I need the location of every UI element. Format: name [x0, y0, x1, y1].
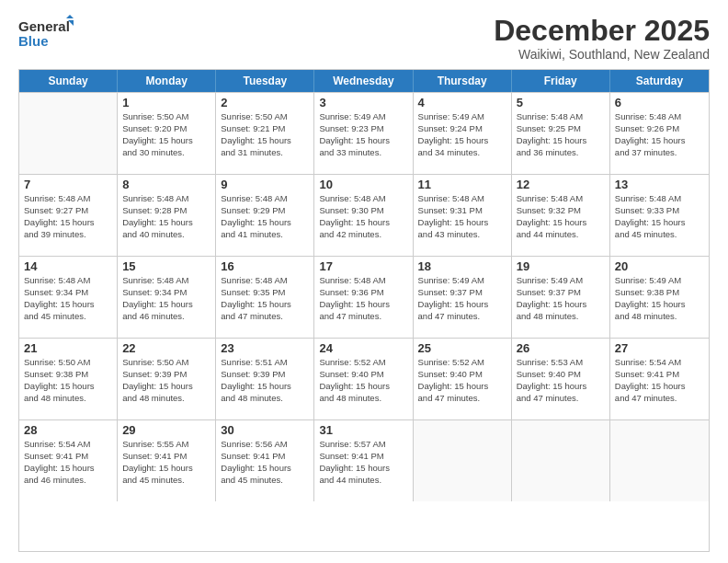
- calendar-cell: 1Sunrise: 5:50 AMSunset: 9:20 PMDaylight…: [118, 93, 216, 174]
- calendar-cell: 8Sunrise: 5:48 AMSunset: 9:28 PMDaylight…: [118, 175, 216, 256]
- day-info: Sunrise: 5:48 AMSunset: 9:36 PMDaylight:…: [319, 275, 407, 322]
- calendar-cell: 10Sunrise: 5:48 AMSunset: 9:30 PMDayligh…: [314, 175, 413, 256]
- location: Waikiwi, Southland, New Zealand: [494, 47, 710, 62]
- day-number: 2: [221, 96, 309, 109]
- calendar-cell: 12Sunrise: 5:48 AMSunset: 9:32 PMDayligh…: [512, 175, 610, 256]
- day-info: Sunrise: 5:48 AMSunset: 9:25 PMDaylight:…: [517, 111, 605, 158]
- day-number: 10: [319, 178, 407, 191]
- calendar-cell: 5Sunrise: 5:48 AMSunset: 9:25 PMDaylight…: [512, 93, 610, 174]
- day-number: 17: [319, 259, 407, 273]
- month-title: December 2025: [494, 15, 710, 47]
- day-number: 24: [319, 341, 407, 355]
- calendar-cell: 27Sunrise: 5:54 AMSunset: 9:41 PMDayligh…: [610, 339, 709, 419]
- day-info: Sunrise: 5:48 AMSunset: 9:28 PMDaylight:…: [122, 193, 210, 240]
- logo: General Blue: [18, 15, 74, 53]
- calendar-cell: 7Sunrise: 5:48 AMSunset: 9:27 PMDaylight…: [19, 175, 118, 256]
- day-number: 26: [517, 341, 605, 355]
- svg-marker-2: [66, 15, 74, 18]
- calendar-row-2: 14Sunrise: 5:48 AMSunset: 9:34 PMDayligh…: [19, 256, 709, 338]
- day-info: Sunrise: 5:50 AMSunset: 9:21 PMDaylight:…: [221, 111, 309, 158]
- svg-text:General: General: [18, 18, 70, 34]
- calendar-cell: 28Sunrise: 5:54 AMSunset: 9:41 PMDayligh…: [19, 420, 118, 501]
- calendar-cell: 22Sunrise: 5:50 AMSunset: 9:39 PMDayligh…: [118, 339, 216, 419]
- calendar-cell: 16Sunrise: 5:48 AMSunset: 9:35 PMDayligh…: [216, 257, 314, 338]
- day-info: Sunrise: 5:54 AMSunset: 9:41 PMDaylight:…: [24, 439, 112, 486]
- day-number: 6: [615, 96, 704, 109]
- day-info: Sunrise: 5:48 AMSunset: 9:34 PMDaylight:…: [122, 275, 210, 322]
- calendar-row-3: 21Sunrise: 5:50 AMSunset: 9:38 PMDayligh…: [19, 338, 709, 419]
- day-number: 7: [24, 178, 112, 191]
- calendar-cell: 9Sunrise: 5:48 AMSunset: 9:29 PMDaylight…: [216, 175, 314, 256]
- day-number: 23: [221, 341, 309, 355]
- calendar-cell: 26Sunrise: 5:53 AMSunset: 9:40 PMDayligh…: [512, 339, 610, 419]
- day-number: 5: [517, 96, 605, 109]
- day-info: Sunrise: 5:49 AMSunset: 9:23 PMDaylight:…: [319, 111, 407, 158]
- weekday-header-saturday: Saturday: [610, 70, 709, 92]
- day-info: Sunrise: 5:48 AMSunset: 9:26 PMDaylight:…: [615, 111, 704, 158]
- calendar: SundayMondayTuesdayWednesdayThursdayFrid…: [18, 69, 710, 552]
- calendar-header: SundayMondayTuesdayWednesdayThursdayFrid…: [19, 70, 709, 92]
- calendar-cell: 13Sunrise: 5:48 AMSunset: 9:33 PMDayligh…: [610, 175, 709, 256]
- day-info: Sunrise: 5:48 AMSunset: 9:35 PMDaylight:…: [221, 275, 309, 322]
- day-number: 30: [221, 423, 309, 437]
- calendar-cell: 4Sunrise: 5:49 AMSunset: 9:24 PMDaylight…: [414, 93, 512, 174]
- day-info: Sunrise: 5:48 AMSunset: 9:29 PMDaylight:…: [221, 193, 309, 240]
- day-info: Sunrise: 5:52 AMSunset: 9:40 PMDaylight:…: [319, 357, 407, 404]
- calendar-cell: 29Sunrise: 5:55 AMSunset: 9:41 PMDayligh…: [118, 420, 216, 501]
- day-info: Sunrise: 5:56 AMSunset: 9:41 PMDaylight:…: [221, 439, 309, 486]
- calendar-cell: 11Sunrise: 5:48 AMSunset: 9:31 PMDayligh…: [414, 175, 512, 256]
- day-info: Sunrise: 5:49 AMSunset: 9:37 PMDaylight:…: [418, 275, 506, 322]
- logo-svg: General Blue: [18, 15, 74, 53]
- day-info: Sunrise: 5:55 AMSunset: 9:41 PMDaylight:…: [122, 439, 210, 486]
- day-number: 16: [221, 259, 309, 273]
- calendar-cell: 20Sunrise: 5:49 AMSunset: 9:38 PMDayligh…: [610, 257, 709, 338]
- calendar-cell: 2Sunrise: 5:50 AMSunset: 9:21 PMDaylight…: [216, 93, 314, 174]
- day-number: 11: [418, 178, 506, 191]
- calendar-body: 1Sunrise: 5:50 AMSunset: 9:20 PMDaylight…: [19, 92, 709, 501]
- day-info: Sunrise: 5:57 AMSunset: 9:41 PMDaylight:…: [319, 439, 407, 486]
- calendar-cell: [512, 420, 610, 501]
- svg-text:Blue: Blue: [18, 33, 49, 49]
- calendar-cell: 14Sunrise: 5:48 AMSunset: 9:34 PMDayligh…: [19, 257, 118, 338]
- day-info: Sunrise: 5:48 AMSunset: 9:32 PMDaylight:…: [517, 193, 605, 240]
- calendar-row-0: 1Sunrise: 5:50 AMSunset: 9:20 PMDaylight…: [19, 92, 709, 174]
- weekday-header-sunday: Sunday: [19, 70, 118, 92]
- day-info: Sunrise: 5:49 AMSunset: 9:37 PMDaylight:…: [517, 275, 605, 322]
- calendar-cell: [610, 420, 709, 501]
- day-number: 13: [615, 178, 704, 191]
- calendar-cell: 18Sunrise: 5:49 AMSunset: 9:37 PMDayligh…: [414, 257, 512, 338]
- day-number: 15: [122, 259, 210, 273]
- day-number: 18: [418, 259, 506, 273]
- calendar-cell: 17Sunrise: 5:48 AMSunset: 9:36 PMDayligh…: [314, 257, 413, 338]
- weekday-header-monday: Monday: [118, 70, 216, 92]
- day-number: 1: [122, 96, 210, 109]
- day-info: Sunrise: 5:50 AMSunset: 9:38 PMDaylight:…: [24, 357, 112, 404]
- weekday-header-wednesday: Wednesday: [314, 70, 413, 92]
- calendar-cell: 19Sunrise: 5:49 AMSunset: 9:37 PMDayligh…: [512, 257, 610, 338]
- day-number: 31: [319, 423, 407, 437]
- day-number: 12: [517, 178, 605, 191]
- calendar-row-4: 28Sunrise: 5:54 AMSunset: 9:41 PMDayligh…: [19, 419, 709, 501]
- day-info: Sunrise: 5:49 AMSunset: 9:24 PMDaylight:…: [418, 111, 506, 158]
- calendar-cell: 24Sunrise: 5:52 AMSunset: 9:40 PMDayligh…: [314, 339, 413, 419]
- day-number: 27: [615, 341, 704, 355]
- day-info: Sunrise: 5:53 AMSunset: 9:40 PMDaylight:…: [517, 357, 605, 404]
- header: General Blue December 2025 Waikiwi, Sout…: [18, 15, 710, 62]
- day-number: 28: [24, 423, 112, 437]
- day-number: 21: [24, 341, 112, 355]
- calendar-cell: [19, 93, 118, 174]
- day-info: Sunrise: 5:48 AMSunset: 9:33 PMDaylight:…: [615, 193, 704, 240]
- day-info: Sunrise: 5:48 AMSunset: 9:30 PMDaylight:…: [319, 193, 407, 240]
- calendar-cell: 25Sunrise: 5:52 AMSunset: 9:40 PMDayligh…: [414, 339, 512, 419]
- day-number: 14: [24, 259, 112, 273]
- calendar-row-1: 7Sunrise: 5:48 AMSunset: 9:27 PMDaylight…: [19, 174, 709, 256]
- day-number: 19: [517, 259, 605, 273]
- day-number: 22: [122, 341, 210, 355]
- calendar-cell: [414, 420, 512, 501]
- day-info: Sunrise: 5:52 AMSunset: 9:40 PMDaylight:…: [418, 357, 506, 404]
- page: General Blue December 2025 Waikiwi, Sout…: [0, 0, 728, 563]
- calendar-cell: 23Sunrise: 5:51 AMSunset: 9:39 PMDayligh…: [216, 339, 314, 419]
- weekday-header-thursday: Thursday: [414, 70, 512, 92]
- day-info: Sunrise: 5:54 AMSunset: 9:41 PMDaylight:…: [615, 357, 704, 404]
- day-number: 3: [319, 96, 407, 109]
